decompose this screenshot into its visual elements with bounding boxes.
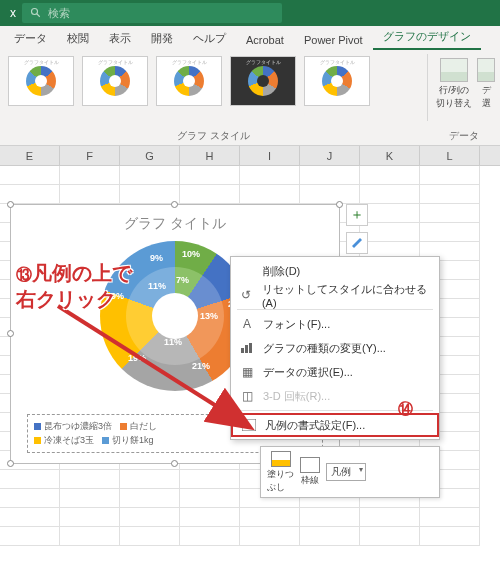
mini-toolbar: 塗りつ ぶし 枠線 凡例: [260, 446, 440, 498]
col-hdr[interactable]: I: [240, 146, 300, 165]
style-thumb[interactable]: グラフタイトル: [156, 56, 222, 106]
col-hdr[interactable]: E: [0, 146, 60, 165]
col-hdr[interactable]: F: [60, 146, 120, 165]
ribbon: グラフタイトル グラフタイトル グラフタイトル グラフタイトル グラフタイトル …: [0, 50, 500, 146]
tab-powerpivot[interactable]: Power Pivot: [294, 30, 373, 50]
legend-dropdown[interactable]: 凡例: [326, 463, 366, 481]
annotation-step14: ⑭: [398, 400, 413, 419]
ctx-change-chart-type[interactable]: グラフの種類の変更(Y)...: [231, 336, 439, 360]
chart-title[interactable]: グラフ タイトル: [11, 205, 339, 237]
style-thumb[interactable]: グラフタイトル: [304, 56, 370, 106]
col-hdr[interactable]: J: [300, 146, 360, 165]
group-label-styles: グラフ スタイル: [0, 129, 427, 143]
style-thumb[interactable]: グラフタイトル: [230, 56, 296, 106]
svg-rect-7: [244, 426, 248, 428]
font-icon: A: [239, 316, 255, 332]
tab-acrobat[interactable]: Acrobat: [236, 30, 294, 50]
select-icon: [477, 58, 495, 82]
outline-button[interactable]: 枠線: [300, 457, 320, 487]
reset-icon: ↺: [239, 287, 254, 303]
svg-rect-4: [249, 343, 252, 353]
grid-icon: ▦: [239, 364, 255, 380]
worksheet[interactable]: E F G H I J K L グラフ タイトル: [0, 146, 500, 588]
chart-elements-button[interactable]: ＋: [346, 204, 368, 226]
pen-icon: [300, 457, 320, 473]
tab-help[interactable]: ヘルプ: [183, 27, 236, 50]
switch-icon: [440, 58, 468, 82]
cube-icon: ◫: [239, 388, 255, 404]
title-bar: x 検索: [0, 0, 500, 26]
chart-styles-gallery[interactable]: グラフタイトル グラフタイトル グラフタイトル グラフタイトル グラフタイトル: [0, 50, 427, 106]
svg-point-0: [32, 9, 38, 15]
svg-line-1: [37, 14, 40, 17]
format-icon: [241, 417, 257, 433]
col-hdr[interactable]: H: [180, 146, 240, 165]
svg-rect-5: [242, 419, 256, 431]
file-ext: x: [4, 6, 22, 20]
svg-rect-6: [244, 422, 248, 424]
search-box[interactable]: 検索: [22, 3, 282, 23]
svg-rect-3: [245, 345, 248, 353]
tab-review[interactable]: 校閲: [57, 27, 99, 50]
ctx-font[interactable]: Aフォント(F)...: [231, 312, 439, 336]
chart-styles-button[interactable]: [346, 232, 368, 254]
fill-button[interactable]: 塗りつ ぶし: [267, 451, 294, 494]
col-hdr[interactable]: K: [360, 146, 420, 165]
ribbon-tabs: データ 校閲 表示 開発 ヘルプ Acrobat Power Pivot グラフ…: [0, 26, 500, 50]
switch-row-col-button[interactable]: 行/列の 切り替え: [432, 54, 476, 125]
tab-dev[interactable]: 開発: [141, 27, 183, 50]
ctx-select-data[interactable]: ▦データの選択(E)...: [231, 360, 439, 384]
style-thumb[interactable]: グラフタイトル: [8, 56, 74, 106]
svg-rect-2: [241, 348, 244, 353]
select-data-button[interactable]: デ 選: [476, 54, 496, 125]
chart-icon: [239, 340, 255, 356]
search-icon: [30, 7, 42, 19]
column-headers: E F G H I J K L: [0, 146, 500, 166]
col-hdr[interactable]: L: [420, 146, 480, 165]
bucket-icon: [271, 451, 291, 467]
tab-data[interactable]: データ: [4, 27, 57, 50]
group-label-data: データ: [428, 129, 500, 143]
tab-view[interactable]: 表示: [99, 27, 141, 50]
tab-chart-design[interactable]: グラフのデザイン: [373, 25, 481, 50]
col-hdr[interactable]: G: [120, 146, 180, 165]
ctx-delete[interactable]: 削除(D): [231, 259, 439, 283]
brush-icon: [350, 236, 364, 250]
style-thumb[interactable]: グラフタイトル: [82, 56, 148, 106]
ctx-reset-style[interactable]: ↺リセットしてスタイルに合わせる(A): [231, 283, 439, 307]
annotation-step13: ⑬凡例の上で 右クリック: [16, 260, 132, 312]
search-placeholder: 検索: [48, 6, 70, 21]
